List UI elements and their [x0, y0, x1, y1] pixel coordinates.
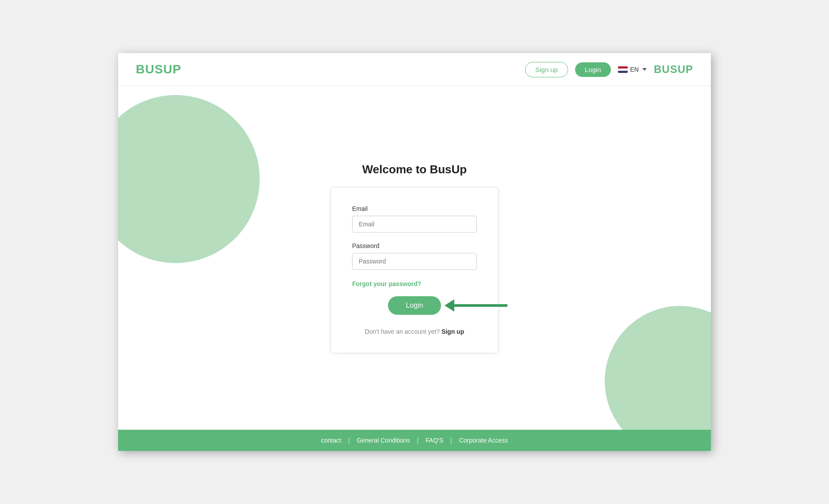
footer-sep-2: | — [417, 437, 418, 444]
footer: contact | General Conditions | FAQ'S | C… — [118, 430, 711, 451]
footer-faq-link[interactable]: FAQ'S — [426, 437, 443, 444]
logo-right: BUSUP — [654, 63, 693, 76]
password-input[interactable] — [352, 253, 477, 270]
login-main-button[interactable]: Login — [388, 296, 441, 315]
footer-links: contact | General Conditions | FAQ'S | C… — [321, 437, 508, 444]
footer-sep-3: | — [450, 437, 452, 444]
password-form-group: Password — [352, 242, 477, 270]
lang-code: EN — [630, 66, 639, 73]
login-card: Email Password Forgot your password? Log… — [330, 187, 499, 353]
header-right: Sign up Login EN BUSUP — [525, 62, 693, 77]
language-selector[interactable]: EN — [618, 66, 647, 73]
footer-corporate-access-link[interactable]: Corporate Access — [459, 437, 508, 444]
login-btn-row: Login — [352, 296, 477, 315]
login-header-button[interactable]: Login — [575, 62, 611, 77]
email-label: Email — [352, 205, 477, 212]
email-form-group: Email — [352, 205, 477, 233]
signup-prompt-text: Don't have an account yet? — [365, 328, 440, 335]
password-label: Password — [352, 242, 477, 249]
chevron-down-icon — [642, 68, 647, 71]
welcome-title: Welcome to BusUp — [362, 163, 467, 176]
footer-general-conditions-link[interactable]: General Conditions — [357, 437, 410, 444]
forgot-password-link[interactable]: Forgot your password? — [352, 280, 421, 287]
signup-prompt-link[interactable]: Sign up — [441, 328, 464, 335]
signup-button[interactable]: Sign up — [525, 62, 568, 77]
flag-icon — [618, 66, 628, 73]
browser-window: BUSUP Sign up Login EN BUSUP Welcome to … — [118, 53, 711, 451]
header: BUSUP Sign up Login EN BUSUP — [118, 53, 711, 86]
decorative-circle-left — [118, 95, 260, 263]
logo-left: BUSUP — [136, 62, 181, 76]
arrow-head-icon — [445, 299, 454, 312]
signup-prompt: Don't have an account yet? Sign up — [352, 328, 477, 335]
footer-contact-link[interactable]: contact — [321, 437, 341, 444]
main-content: Welcome to BusUp Email Password Forgot y… — [118, 86, 711, 430]
footer-sep-1: | — [348, 437, 350, 444]
arrow-annotation — [445, 299, 507, 312]
decorative-circle-right — [605, 306, 711, 430]
email-input[interactable] — [352, 216, 477, 233]
arrow-line — [454, 304, 507, 307]
login-container: Welcome to BusUp Email Password Forgot y… — [330, 163, 499, 353]
